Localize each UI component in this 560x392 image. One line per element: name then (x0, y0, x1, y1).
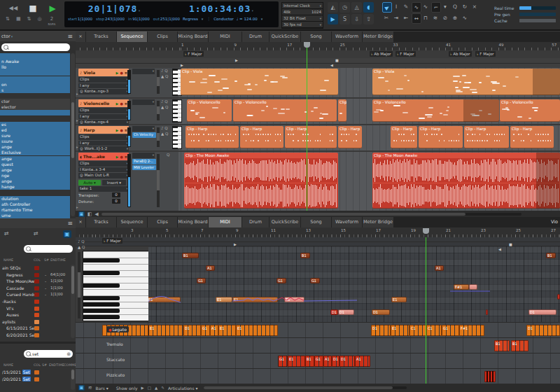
horizontal-scrollbar[interactable] (204, 386, 407, 389)
column-header[interactable]: COL (34, 363, 41, 367)
ibeam-tool[interactable]: Ⅰ (392, 2, 400, 11)
clock-icon[interactable]: ◷ (340, 2, 350, 13)
midi-note[interactable] (557, 294, 560, 300)
color-chip[interactable] (34, 293, 39, 297)
solo-icon[interactable]: S (340, 14, 350, 24)
tab-tracks[interactable]: Tracks (86, 31, 117, 42)
audio-clip[interactable]: Clip - The Moon Awake (372, 153, 560, 209)
selector-item[interactable]: ange (0, 144, 70, 150)
color-chip[interactable] (34, 300, 39, 304)
black-key[interactable] (83, 296, 120, 300)
tab-clips[interactable]: Clips (148, 31, 178, 42)
scrollbar-thumb[interactable] (71, 266, 74, 294)
midi-note[interactable]: G1 (310, 278, 320, 284)
track-dropdown[interactable]: ◎ Main Out L-R (78, 173, 129, 178)
midi-clip[interactable]: Clip - Violoncello (338, 99, 346, 122)
locate-field[interactable]: stop243|1|000 (96, 17, 125, 21)
track-expander-icon[interactable]: ▸ (76, 205, 78, 209)
selector-item[interactable]: rtamento Time (0, 207, 70, 213)
key-signature-marker[interactable]: ♭F Major (183, 51, 204, 57)
articulation-block[interactable]: G1 (442, 325, 459, 336)
articulation-block[interactable]: C1 (410, 325, 426, 336)
keyboard-vscroll[interactable] (78, 252, 80, 318)
track-header[interactable]: ♪Violoncello▶●≡ (78, 99, 129, 107)
midi-note[interactable]: G1 (276, 278, 286, 284)
note-zoom-icon[interactable]: ♪ Q (161, 69, 172, 74)
counter-bars[interactable]: 20|1|078 (88, 4, 138, 14)
black-key[interactable] (83, 271, 120, 275)
sequence-selector[interactable]: Regress (183, 17, 198, 21)
selector-item[interactable]: n Awake (0, 59, 70, 64)
play-enable-icon[interactable]: ▶ (116, 155, 119, 159)
midi-note[interactable]: B1 (546, 253, 556, 258)
mini-keyboard[interactable] (172, 99, 182, 122)
articulation-block[interactable]: B1 (305, 356, 314, 367)
clip-lane[interactable]: Clip - The Moon AwakeClip - The Moon Awa… (178, 152, 560, 211)
key-signature-marker[interactable]: ♭F Major (102, 238, 122, 244)
color-chip[interactable] (34, 273, 39, 277)
sequence-list-row[interactable]: The Moon/Awake-1|1|00 (0, 278, 70, 285)
track-dropdown[interactable]: Clips (78, 161, 129, 167)
color-chip[interactable] (34, 307, 39, 311)
tab-meter-bridge[interactable]: Meter Bridge (363, 217, 394, 227)
selector-item[interactable] (0, 190, 70, 195)
articulation-lane-tremolo[interactable]: TremoloB1B1 (76, 337, 560, 354)
track-dropdown[interactable]: Clips (78, 77, 129, 83)
zoom-tool[interactable]: Q (451, 2, 459, 11)
auto-record-icon[interactable]: ▶ (328, 14, 338, 24)
clock-setting-row[interactable]: 32 Bit Float▾ (282, 15, 323, 22)
track-dropdown[interactable]: ◎ Konta..ngs-3 (78, 89, 129, 94)
midi-clip[interactable]: Clip - Harp (285, 126, 337, 148)
scrollbar[interactable] (71, 265, 75, 338)
articulation-block[interactable]: B1 (511, 340, 528, 351)
articulation-block[interactable]: B1 (494, 340, 510, 351)
counter-timecode[interactable]: 1:00:34:03 (189, 4, 251, 14)
overdub-icon[interactable]: ◎ (37, 17, 41, 27)
playhead-handle[interactable] (423, 228, 429, 234)
midi-clip[interactable]: Clip - Viola (181, 69, 338, 95)
auto-rewind-icon[interactable]: ⇅ (27, 17, 31, 27)
selector-item[interactable]: ume (0, 213, 70, 218)
clock-setting-row[interactable]: Internal Clock▾ (282, 3, 323, 9)
track-vscroll[interactable] (157, 101, 160, 120)
clear-search-icon[interactable]: ⊗ (66, 351, 71, 357)
marker-mini-icon[interactable]: ▲ (155, 386, 158, 390)
track-dropdown[interactable]: Ⅰ any (78, 141, 129, 146)
transport-marker-icon[interactable]: ■ (335, 58, 339, 62)
column-header[interactable]: ENDTIME (49, 363, 64, 367)
sequence-list-row[interactable]: ain SEQs (0, 265, 70, 272)
grid-view-icon[interactable]: ▣ (78, 385, 85, 391)
midi-clip[interactable]: Clip - Harp (391, 126, 417, 148)
midi-clip[interactable]: Clip - Violoncello (233, 99, 337, 122)
black-key[interactable] (83, 302, 120, 307)
wave-edit-tool[interactable]: ∿ (461, 13, 469, 22)
track-dropdown[interactable]: Clips (78, 108, 129, 113)
selector-item[interactable]: ange (0, 167, 70, 173)
locate-field[interactable]: out251|1|000 (153, 17, 180, 21)
record-enable-icon[interactable]: ● (120, 128, 122, 132)
reshape-tool[interactable]: ∿ (412, 2, 421, 13)
insert-chunk-icon[interactable]: ⇄ (4, 230, 9, 237)
record-enable-icon[interactable]: ● (120, 71, 122, 75)
track-vscroll[interactable] (157, 127, 160, 147)
articulation-block[interactable]: E1 (218, 325, 236, 336)
trim-start-tool[interactable]: ⇥ (392, 13, 400, 22)
selector-item[interactable]: llo (0, 64, 70, 70)
track-vscroll[interactable] (157, 154, 160, 207)
transport-marker-icon[interactable]: ▶ (234, 242, 237, 246)
articulation-block[interactable]: D1 (371, 325, 391, 336)
transport-marker-icon[interactable]: ■ (509, 242, 512, 246)
play-enable-icon[interactable]: ▶ (116, 71, 119, 75)
track-expander-icon[interactable]: ▸ (76, 92, 78, 96)
selector-item[interactable] (0, 53, 70, 59)
midi-clip[interactable]: Clip - Harp (240, 126, 284, 148)
column-header[interactable]: COL (34, 258, 41, 262)
selector-item[interactable]: on (0, 82, 70, 88)
track-header[interactable]: ◖The...ake▶●≡ (78, 153, 129, 160)
record-enable-icon[interactable]: ● (120, 155, 122, 159)
color-chip[interactable] (34, 377, 39, 382)
grid-view-icon[interactable]: ▣ (78, 211, 85, 217)
midi-note[interactable]: D1 (338, 309, 354, 315)
link-playback-icon[interactable]: ⇅ (6, 17, 10, 27)
articulation-block[interactable]: A1 (210, 325, 218, 336)
